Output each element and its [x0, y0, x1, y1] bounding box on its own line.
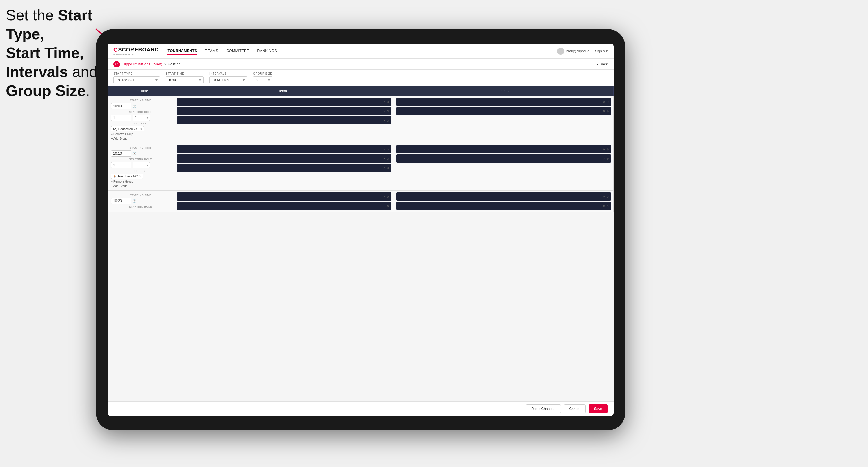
group1-clock-icon: 🕐 [133, 105, 136, 108]
back-button[interactable]: Back [597, 62, 608, 66]
footer-bar: Reset Changes Cancel Save [107, 401, 614, 416]
group-size-select[interactable]: 3 [253, 76, 273, 84]
logo-c-icon: C [114, 46, 118, 53]
close-icon[interactable]: ✕ [603, 100, 605, 103]
start-time-select[interactable]: 10:00 [166, 76, 204, 84]
edit-icon[interactable]: ⊙ [606, 148, 609, 151]
close-icon[interactable]: ✕ [383, 110, 385, 113]
edit-icon[interactable]: ⊙ [387, 157, 389, 160]
sign-out-link[interactable]: Sign out [595, 49, 608, 53]
edit-icon[interactable]: ⊙ [387, 100, 389, 103]
group3-team2-player1[interactable]: ✕ ⊙ [396, 192, 611, 200]
edit-icon[interactable]: ⊙ [606, 195, 609, 198]
th-team1: Team 1 [175, 86, 394, 96]
intervals-select[interactable]: 10 Minutes [209, 76, 247, 84]
group3-team1-player1[interactable]: ✕ ⊙ [177, 192, 392, 200]
table-header: Tee Time Team 1 Team 2 [107, 86, 614, 96]
edit-icon[interactable]: ⊙ [606, 157, 609, 160]
edit-icon[interactable]: ⊙ [387, 110, 389, 113]
edit-icon[interactable]: ⊙ [606, 205, 609, 208]
close-icon[interactable]: ✕ [383, 166, 385, 169]
course-building-icon: 🏌️ [113, 175, 116, 178]
group1-team1-player3[interactable]: ✕ ⊙ [177, 116, 392, 124]
cancel-button[interactable]: Cancel [564, 404, 586, 413]
close-icon[interactable]: ✕ [603, 110, 605, 113]
group1-team1-cell: ✕ ⊙ ✕ ⊙ ✕ ⊙ [175, 96, 394, 143]
group2-hole-input[interactable] [111, 162, 131, 168]
close-icon[interactable]: ✕ [603, 157, 605, 160]
group2-hole-select[interactable]: 1 [133, 162, 150, 168]
edit-icon[interactable]: ⊙ [387, 119, 389, 122]
group1-add-label: Add Group [114, 137, 127, 140]
group1-add-link[interactable]: + Add Group [111, 137, 171, 140]
edit-icon[interactable]: ⊙ [387, 205, 389, 208]
group2-left: STARTING TIME: 🕐 STARTING HOLE: 1 COURSE… [107, 143, 175, 190]
save-button[interactable]: Save [589, 404, 608, 413]
group1-hole-select[interactable]: 1 [133, 115, 150, 121]
edit-icon[interactable]: ⊙ [387, 148, 389, 151]
group1-course-remove[interactable]: ✕ [140, 127, 142, 130]
group1-team2-player2[interactable]: ✕ ⊙ [396, 107, 611, 115]
group1-hole-row: 1 [111, 115, 171, 121]
settings-row: Start Type 1st Tee Start Start Time 10:0… [107, 70, 614, 86]
close-icon[interactable]: ✕ [383, 119, 385, 122]
group3-team2-player2[interactable]: ✕ ⊙ [396, 202, 611, 210]
group3-team1-player2[interactable]: ✕ ⊙ [177, 202, 392, 210]
group1-starting-time-input[interactable] [111, 103, 131, 109]
breadcrumb: C Clippd Invitational (Men) > Hosting [114, 61, 181, 67]
edit-icon[interactable]: ⊙ [387, 195, 389, 198]
group2-team2-player2[interactable]: ✕ ⊙ [396, 154, 611, 162]
close-icon[interactable]: ✕ [383, 148, 385, 151]
close-icon[interactable]: ✕ [383, 157, 385, 160]
group1-team2-cell: ✕ ⊙ ✕ ⊙ [394, 96, 614, 143]
nav-link-rankings[interactable]: RANKINGS [257, 48, 277, 55]
close-icon[interactable]: ✕ [383, 205, 385, 208]
main-content: Tee Time Team 1 Team 2 STARTING TIME: 🕐 … [107, 86, 614, 401]
group3-left: STARTING TIME: 🕐 STARTING HOLE: [107, 191, 175, 212]
close-icon[interactable]: ✕ [383, 195, 385, 198]
intervals-group: Intervals 10 Minutes [209, 72, 247, 84]
group2-course-row: 🏌️ East Lake GC ✕ [111, 174, 171, 179]
breadcrumb-bar: C Clippd Invitational (Men) > Hosting Ba… [107, 59, 614, 70]
group2-team1-player1[interactable]: ✕ ⊙ [177, 145, 392, 153]
group2-hole-row: 1 [111, 162, 171, 168]
nav-link-committee[interactable]: COMMITTEE [226, 48, 249, 55]
group2-starting-time-input[interactable] [111, 150, 131, 157]
edit-icon[interactable]: ⊙ [606, 110, 609, 113]
group2-course-remove[interactable]: ✕ [139, 175, 141, 178]
nav-logo: C SCOREBOARD Powered by clipp.io [114, 46, 159, 56]
add-icon: + [111, 137, 113, 140]
close-icon[interactable]: ✕ [603, 195, 605, 198]
group2-team1-player3[interactable]: ✕ ⊙ [177, 164, 392, 172]
nav-link-teams[interactable]: TEAMS [205, 48, 218, 55]
group2-add-link[interactable]: + Add Group [111, 184, 171, 188]
nav-link-tournaments[interactable]: TOURNAMENTS [167, 48, 197, 55]
close-icon[interactable]: ✕ [603, 205, 605, 208]
group1-course-label: COURSE: [111, 122, 171, 125]
group1-hole-input[interactable] [111, 115, 131, 121]
group1-team1-player2[interactable]: ✕ ⊙ [177, 107, 392, 115]
group2-team2-player1[interactable]: ✕ ⊙ [396, 145, 611, 153]
group1-starting-time-row: 🕐 [111, 103, 171, 109]
group1-team2-player1[interactable]: ✕ ⊙ [396, 98, 611, 106]
logo-sub: Powered by clipp.io [114, 53, 159, 56]
start-type-label: Start Type [114, 72, 160, 75]
instruction-line2: Start Time, [6, 44, 84, 61]
edit-icon[interactable]: ⊙ [387, 166, 389, 169]
close-icon[interactable]: ✕ [383, 100, 385, 103]
group2-course-name: East Lake GC [118, 175, 138, 178]
reset-changes-button[interactable]: Reset Changes [526, 404, 561, 413]
group2-clock-icon: 🕐 [133, 152, 136, 155]
group3-starting-time-input[interactable] [111, 198, 131, 204]
breadcrumb-tournament[interactable]: Clippd Invitational (Men) [122, 62, 162, 66]
start-type-select[interactable]: 1st Tee Start [114, 76, 160, 84]
nav-right: blair@clippd.io | Sign out [557, 48, 608, 55]
group1-remove-link[interactable]: ○ Remove Group [111, 133, 171, 136]
close-icon[interactable]: ✕ [603, 148, 605, 151]
group1-team1-player1[interactable]: ✕ ⊙ [177, 98, 392, 106]
group2-team1-player2[interactable]: ✕ ⊙ [177, 154, 392, 162]
edit-icon[interactable]: ⊙ [606, 100, 609, 103]
instruction-block: Set the Start Type, Start Time, Interval… [6, 6, 99, 100]
remove-icon: ○ [111, 133, 113, 136]
group2-remove-link[interactable]: ○ Remove Group [111, 180, 171, 183]
